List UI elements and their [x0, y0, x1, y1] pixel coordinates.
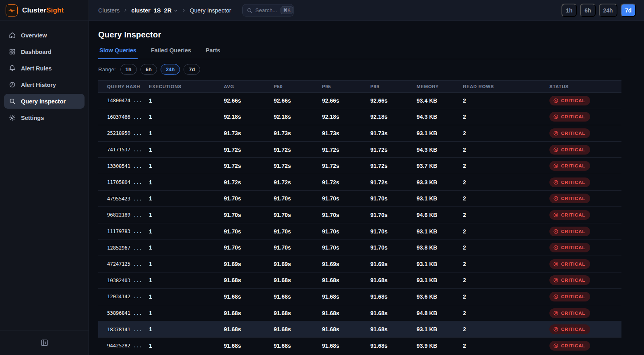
- tab[interactable]: Slow Queries: [98, 47, 138, 59]
- cell-p99: 91.68s: [370, 326, 417, 332]
- table-row[interactable]: 11705804 ... 1 91.72s 91.72s 91.72s 91.7…: [98, 174, 621, 191]
- global-time-range-button[interactable]: 24h: [599, 4, 617, 17]
- x-circle-icon: [553, 147, 559, 153]
- table-row[interactable]: 10382403 ... 1 91.68s 91.68s 91.68s 91.6…: [98, 272, 621, 289]
- table-row[interactable]: 25218950 ... 1 91.73s 91.73s 91.73s 91.7…: [98, 125, 621, 142]
- search-icon: [9, 98, 16, 105]
- table-column-header: STATUS: [549, 84, 621, 89]
- cell-p50: 91.73s: [274, 130, 322, 136]
- status-badge: CRITICAL: [549, 178, 590, 187]
- global-time-range-button[interactable]: 6h: [580, 4, 595, 17]
- table-row[interactable]: 13308541 ... 1 91.72s 91.72s 91.72s 91.7…: [98, 158, 621, 174]
- cell-query-hash: 12034142 ...: [98, 293, 149, 299]
- table-row[interactable]: 11179783 ... 1 91.70s 91.70s 91.70s 91.7…: [98, 223, 621, 240]
- cell-p95: 91.72s: [322, 179, 370, 186]
- status-badge: CRITICAL: [549, 292, 590, 301]
- sidebar-item[interactable]: Alert Rules: [4, 61, 85, 76]
- cell-status: CRITICAL: [549, 128, 621, 138]
- sidebar-item[interactable]: Dashboard: [4, 44, 85, 59]
- sidebar-item[interactable]: Settings: [4, 110, 85, 125]
- cell-p95: 91.68s: [322, 293, 370, 300]
- x-circle-icon: [553, 326, 559, 332]
- search-input[interactable]: [255, 7, 278, 13]
- cell-status: CRITICAL: [549, 145, 621, 155]
- range-pill[interactable]: 24h: [161, 64, 180, 75]
- cell-p95: 91.70s: [322, 212, 370, 218]
- cell-p99: 91.68s: [370, 343, 417, 349]
- cell-p95: 91.69s: [322, 261, 370, 267]
- cell-query-hash: 11705804 ...: [98, 179, 149, 185]
- cell-avg: 92.66s: [224, 97, 274, 104]
- cell-query-hash: 14800474 ...: [98, 97, 149, 103]
- cell-read-rows: 2: [463, 326, 549, 332]
- cell-avg: 91.69s: [224, 261, 274, 267]
- table-row[interactable]: 47247125 ... 1 91.69s 91.69s 91.69s 91.6…: [98, 256, 621, 272]
- cell-read-rows: 2: [463, 114, 549, 120]
- table-row[interactable]: 53896841 ... 1 91.68s 91.68s 91.68s 91.6…: [98, 305, 621, 322]
- status-badge-label: CRITICAL: [561, 147, 585, 152]
- status-badge: CRITICAL: [549, 210, 590, 220]
- cell-query-hash: 18378141 ...: [98, 326, 149, 332]
- main-area: Clusters cluster_1S_2R Query Inspector ⌘…: [89, 0, 644, 355]
- range-pill[interactable]: 6h: [140, 64, 157, 75]
- cell-avg: 91.68s: [224, 326, 274, 332]
- cell-executions: 1: [149, 343, 224, 349]
- tab[interactable]: Parts: [204, 47, 221, 59]
- cell-memory: 93.1 KB: [417, 228, 463, 235]
- table-row[interactable]: 74171537 ... 1 91.72s 91.72s 91.72s 91.7…: [98, 142, 621, 158]
- table-row[interactable]: 96822189 ... 1 91.70s 91.70s 91.70s 91.7…: [98, 207, 621, 223]
- cell-p99: 91.70s: [370, 212, 417, 218]
- table-column-header: QUERY HASH: [98, 84, 149, 89]
- range-pill[interactable]: 1h: [120, 64, 137, 75]
- table-column-header: READ ROWS: [463, 84, 549, 89]
- sidebar-item[interactable]: Alert History: [4, 77, 85, 92]
- cell-query-hash: 11179783 ...: [98, 228, 149, 234]
- table-row[interactable]: 94425282 ... 1 91.68s 91.68s 91.68s 91.6…: [98, 338, 621, 354]
- cell-avg: 91.68s: [224, 277, 274, 283]
- table-row[interactable]: 16837466 ... 1 92.18s 92.18s 92.18s 92.1…: [98, 109, 621, 126]
- range-pill[interactable]: 7d: [184, 64, 200, 75]
- cell-avg: 92.18s: [224, 114, 274, 120]
- cell-memory: 93.9 KB: [417, 343, 463, 349]
- cell-p50: 91.70s: [274, 244, 322, 251]
- global-time-range-button[interactable]: 7d: [621, 4, 636, 17]
- cell-read-rows: 2: [463, 228, 549, 235]
- breadcrumb-cluster-selector[interactable]: cluster_1S_2R: [131, 7, 178, 14]
- cell-p99: 91.68s: [370, 277, 417, 283]
- cell-p95: 91.73s: [322, 130, 370, 136]
- home-icon: [9, 32, 16, 39]
- status-badge: CRITICAL: [549, 227, 590, 236]
- table-row[interactable]: 18378141 ... 1 91.68s 91.68s 91.68s 91.6…: [98, 321, 621, 338]
- cell-query-hash: 47247125 ...: [98, 261, 149, 267]
- sidebar-item[interactable]: Overview: [4, 28, 85, 43]
- status-badge-label: CRITICAL: [561, 229, 585, 234]
- cell-status: CRITICAL: [549, 227, 621, 236]
- content: Query Inspector Slow Queries Failed Quer…: [89, 21, 644, 355]
- status-badge: CRITICAL: [549, 275, 590, 285]
- cell-executions: 1: [149, 293, 224, 300]
- status-badge-label: CRITICAL: [561, 163, 585, 168]
- table-row[interactable]: 12034142 ... 1 91.68s 91.68s 91.68s 91.6…: [98, 289, 621, 305]
- table-row[interactable]: 12852967 ... 1 91.70s 91.70s 91.70s 91.7…: [98, 239, 621, 256]
- cell-query-hash: 53896841 ...: [98, 310, 149, 316]
- status-badge-label: CRITICAL: [561, 180, 585, 185]
- global-time-range-button[interactable]: 1h: [561, 4, 577, 17]
- cell-query-hash: 16837466 ...: [98, 114, 149, 120]
- sidebar-item-label: Query Inspector: [21, 98, 66, 105]
- breadcrumb-clusters[interactable]: Clusters: [98, 7, 120, 14]
- cell-p95: 91.70s: [322, 244, 370, 251]
- page-title: Query Inspector: [98, 30, 621, 39]
- table-row[interactable]: 47955423 ... 1 91.70s 91.70s 91.70s 91.7…: [98, 191, 621, 207]
- cell-status: CRITICAL: [549, 259, 621, 269]
- panel-collapse-icon[interactable]: [38, 336, 51, 349]
- cell-query-hash: 74171537 ...: [98, 147, 149, 153]
- table-column-header: P50: [274, 84, 322, 89]
- sidebar-item[interactable]: Query Inspector: [4, 94, 85, 109]
- status-badge: CRITICAL: [549, 145, 590, 155]
- tab[interactable]: Failed Queries: [150, 47, 192, 59]
- cell-executions: 1: [149, 212, 224, 218]
- x-circle-icon: [553, 212, 559, 218]
- status-badge: CRITICAL: [549, 194, 590, 203]
- table-row[interactable]: 14800474 ... 1 92.66s 92.66s 92.66s 92.6…: [98, 93, 621, 109]
- search-box[interactable]: ⌘K: [242, 4, 294, 17]
